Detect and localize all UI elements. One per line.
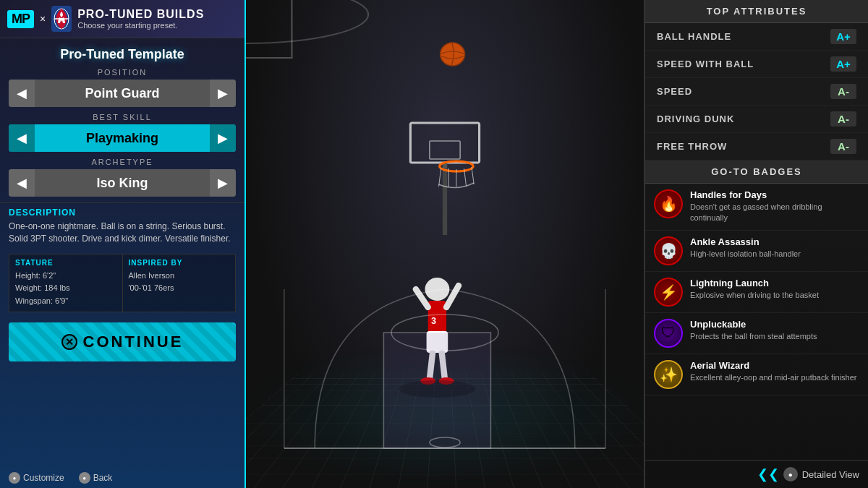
badge-name: Unpluckable [690,319,859,330]
badge-icon: 💀 [654,236,683,265]
badge-info: Aerial Wizard Excellent alley-oop and mi… [690,360,859,383]
badge-name: Lightning Launch [690,278,859,288]
logo-x: × [40,13,46,25]
center-panel: 3 [246,0,644,488]
badge-icon: 🛡 [654,319,683,348]
continue-button[interactable]: ✕ CONTINUE [9,322,236,361]
attribute-row: BALL HANDLE A+ [645,23,868,51]
left-panel: MP × PRO-TUNED BUILDS Choose your starti… [0,0,246,488]
archetype-label: ARCHETYPE [9,158,236,166]
svg-rect-31 [383,333,490,448]
badge-icon: 🔥 [654,189,683,218]
detail-button-icon: ● [783,467,798,481]
inspired-value: Allen Iverson '00-'01 76ers [129,270,230,295]
position-prev-arrow[interactable]: ◀ [9,80,35,107]
attribute-row: DRIVING DUNK A- [645,106,868,133]
customize-btn-icon: ● [9,472,20,484]
continue-text: CONTINUE [83,333,184,351]
attribute-name: SPEED WITH BALL [657,59,830,69]
svg-rect-8 [443,163,447,235]
attribute-name: BALL HANDLE [657,31,830,42]
attribute-name: SPEED [657,86,830,97]
badge-row: 💀 Ankle Assassin High-level isolation ba… [645,231,868,272]
badge-name: Aerial Wizard [690,360,859,371]
badge-description: Protects the ball from steal attempts [690,331,859,342]
stature-col: STATURE Height: 6'2" Weight: 184 lbs Win… [9,254,122,312]
badges-list: 🔥 Handles for Days Doesn't get as gassed… [645,184,868,460]
right-bottom: ❮❮ ● Detailed View [645,460,868,488]
header-subtitle: Choose your starting preset. [77,21,204,30]
badge-info: Handles for Days Doesn't get as gassed w… [690,189,859,224]
badge-icon: ⚡ [654,278,683,307]
position-selector-group: POSITION ◀ Point Guard ▶ [0,68,244,113]
description-label: DESCRIPTION [9,207,236,218]
badge-name: Handles for Days [690,189,859,200]
badge-description: Explosive when driving to the basket [690,290,859,301]
badge-description: High-level isolation ball-handler [690,249,859,260]
top-attributes-header: TOP ATTRIBUTES [645,0,868,23]
badge-description: Doesn't get as gassed when dribbling con… [690,202,859,224]
attribute-row: FREE THROW A- [645,133,868,160]
attributes-list: BALL HANDLE A+ SPEED WITH BALL A+ SPEED … [645,23,868,160]
inspired-label: INSPIRED BY [129,259,230,267]
stature-height: Height: 6'2" Weight: 184 lbs Wingspan: 6… [15,270,116,308]
template-title: Pro-Tuned Template [0,38,244,68]
nba-logo [51,6,72,32]
svg-rect-7 [430,141,460,159]
continue-icon: ✕ [61,334,77,350]
mp-logo: MP [7,10,34,28]
attribute-grade: A- [830,84,856,99]
back-btn-icon: ● [79,472,90,484]
header-title: PRO-TUNED BUILDS [77,8,204,21]
position-label: POSITION [9,68,236,77]
archetype-selector-group: ARCHETYPE ◀ Iso King ▶ [0,158,244,202]
attribute-row: SPEED A- [645,78,868,106]
archetype-prev-arrow[interactable]: ◀ [9,169,35,197]
back-label: Back [93,473,113,483]
app-header: MP × PRO-TUNED BUILDS Choose your starti… [0,0,244,38]
best-skill-prev-arrow[interactable]: ◀ [9,124,35,152]
attribute-name: FREE THROW [657,141,830,152]
svg-rect-3 [246,0,292,58]
svg-point-4 [246,0,368,43]
badge-icon: ✨ [654,360,683,389]
badge-info: Ankle Assassin High-level isolation ball… [690,236,859,260]
position-next-arrow[interactable]: ▶ [210,80,236,107]
header-text: PRO-TUNED BUILDS Choose your starting pr… [77,8,204,30]
right-panel: TOP ATTRIBUTES BALL HANDLE A+ SPEED WITH… [644,0,868,488]
nav-customize[interactable]: ● Customize [9,472,64,484]
badge-name: Ankle Assassin [690,236,859,247]
court-svg: 3 [246,0,644,488]
stature-label: STATURE [15,259,116,267]
archetype-next-arrow[interactable]: ▶ [210,169,236,197]
position-value: Point Guard [35,82,210,106]
stature-section: STATURE Height: 6'2" Weight: 184 lbs Win… [9,254,236,313]
badge-row: ⚡ Lightning Launch Explosive when drivin… [645,272,868,313]
attribute-grade: A- [830,111,856,127]
archetype-value: Iso King [35,171,210,195]
best-skill-selector[interactable]: ◀ Playmaking ▶ [9,124,236,152]
attribute-row: SPEED WITH BALL A+ [645,51,868,78]
svg-rect-6 [410,123,479,163]
nav-back[interactable]: ● Back [79,472,113,484]
svg-line-11 [439,168,441,187]
archetype-selector[interactable]: ◀ Iso King ▶ [9,169,236,197]
attribute-grade: A+ [830,56,856,72]
badge-row: 🛡 Unpluckable Protects the ball from ste… [645,313,868,354]
bottom-nav: ● Customize ● Back [0,468,244,488]
badge-row: ✨ Aerial Wizard Excellent alley-oop and … [645,354,868,395]
badge-row: 🔥 Handles for Days Doesn't get as gassed… [645,184,868,231]
svg-line-15 [472,167,474,184]
best-skill-selector-group: BEST SKILL ◀ Playmaking ▶ [0,113,244,158]
description-text: One-on-one nightmare. Ball is on a strin… [9,221,236,245]
best-skill-next-arrow[interactable]: ▶ [210,124,236,152]
detailed-view-label: Detailed View [802,469,859,480]
chevron-left-icon: ❮❮ [757,466,779,482]
inspired-col: INSPIRED BY Allen Iverson '00-'01 76ers [122,254,236,312]
attribute-name: DRIVING DUNK [657,114,830,124]
detailed-view-button[interactable]: ❮❮ ● Detailed View [757,466,859,482]
badge-info: Unpluckable Protects the ball from steal… [690,319,859,342]
badges-header: GO-TO BADGES [645,160,868,184]
position-selector[interactable]: ◀ Point Guard ▶ [9,80,236,107]
best-skill-value: Playmaking [35,127,210,150]
